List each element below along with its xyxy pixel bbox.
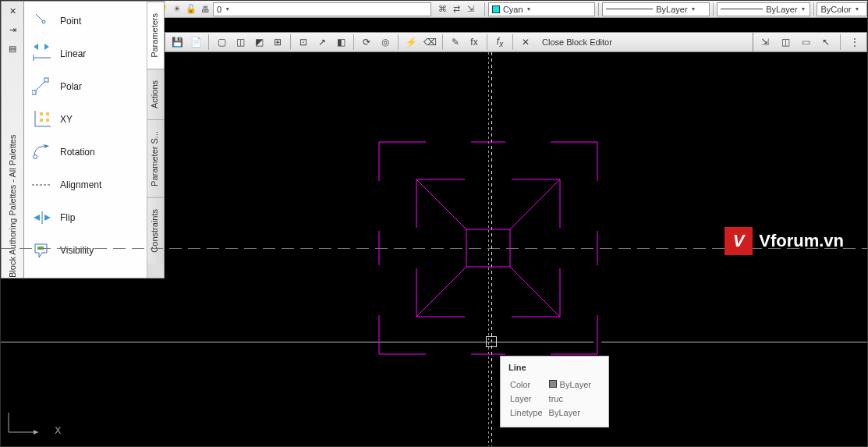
close-icon[interactable]: ✕ (517, 34, 534, 51)
watermark: V Vforum.vn (725, 227, 844, 255)
show-constraints-icon[interactable]: ◩ (250, 34, 267, 51)
palette-item-list: Point Linear Polar XY Rotation Alignment (24, 2, 147, 278)
crosshair-horizontal (601, 342, 867, 342)
palette-item-label: Polar (60, 81, 82, 92)
fx-icon[interactable]: fx (491, 34, 508, 51)
misc-icon[interactable]: ⋮ (846, 34, 863, 51)
toolbar-separator (353, 34, 354, 50)
block-editor-toolbar-right: ⇲ ◫ ▭ ↖ ⋮ (753, 32, 867, 52)
test-block-icon[interactable]: ▢ (213, 34, 230, 51)
cycle-icon[interactable]: ◫ (777, 34, 794, 51)
lineweight-sample-icon (721, 9, 763, 9)
palette-item-label: Point (60, 16, 81, 27)
point-icon (32, 12, 51, 30)
palette-item-polar[interactable]: Polar (24, 70, 147, 103)
layer-dropdown[interactable]: 0 (213, 2, 431, 16)
related-icon[interactable]: ⇲ (756, 34, 774, 51)
color-swatch-icon (492, 5, 500, 13)
palette-item-label: Visibility (60, 245, 94, 256)
layer-prev-icon[interactable]: ⇄ (450, 3, 462, 16)
svg-line-24 (510, 179, 560, 229)
save-block-icon[interactable]: 💾 (168, 34, 186, 51)
select-icon[interactable]: ▭ (797, 34, 814, 51)
svg-marker-19 (34, 215, 40, 221)
palette-item-label: Flip (60, 212, 75, 223)
xy-icon (32, 110, 51, 129)
sun-icon[interactable]: ☀ (171, 3, 183, 16)
palette-item-visibility[interactable]: Visibility (24, 234, 147, 267)
svg-point-16 (34, 155, 37, 159)
tooltip-val: ByLayer (549, 406, 596, 419)
tab-constraints[interactable]: Constraints (147, 197, 164, 264)
ucs-icon: X (9, 413, 58, 438)
svg-rect-7 (32, 90, 36, 94)
linear-icon (32, 44, 51, 63)
palette-menu-icon[interactable]: ▤ (5, 41, 20, 56)
color-dropdown[interactable]: Cyan (488, 2, 595, 16)
layer-match-icon[interactable]: ⇲ (464, 3, 477, 16)
tab-actions[interactable]: Actions (147, 69, 164, 119)
define-attr-icon[interactable]: ◧ (332, 34, 349, 51)
tab-parameter-sets[interactable]: Parameter S... (147, 119, 164, 197)
tooltip-key: Layer (510, 392, 547, 405)
crosshair-vertical (491, 52, 492, 446)
linetype-dropdown[interactable]: ByLayer (602, 2, 709, 16)
plotstyle-dropdown[interactable]: ByColor (817, 2, 867, 16)
svg-rect-8 (44, 78, 48, 82)
palette-tabs: Parameters Actions Parameter S... Constr… (147, 2, 164, 278)
tooltip-title: Line (508, 363, 601, 372)
visibility-state-icon[interactable]: ◎ (377, 34, 394, 51)
close-palette-icon[interactable]: ✕ (5, 3, 20, 19)
saveas-block-icon[interactable]: 📄 (187, 34, 204, 51)
svg-line-25 (416, 267, 466, 317)
linetype-sample-icon (606, 9, 653, 9)
layer-states-icon[interactable]: ⌘ (436, 3, 448, 16)
palette-item-flip[interactable]: Flip (24, 201, 147, 234)
alignment-icon (32, 176, 51, 194)
toolbar-divider (813, 2, 814, 16)
svg-marker-20 (44, 215, 51, 221)
bolt-icon[interactable]: ⚡ (402, 34, 420, 51)
palette-titlebar[interactable]: ✕ ⇥ ▤ Block Authoring Palettes - All Pal… (1, 1, 24, 278)
palette-item-linear[interactable]: Linear (24, 37, 147, 70)
palette-body: Point Linear Polar XY Rotation Alignment (24, 1, 165, 278)
toolbar-separator (512, 34, 513, 50)
block-authoring-palette: ✕ ⇥ ▤ Block Authoring Palettes - All Pal… (1, 1, 165, 278)
color-dropdown-value: Cyan (503, 5, 523, 14)
rotation-icon (32, 143, 51, 161)
palette-item-xy[interactable]: XY (24, 103, 147, 136)
lock-icon[interactable]: 🔓 (185, 3, 197, 16)
construction-icon[interactable]: ✎ (447, 34, 464, 51)
svg-line-23 (416, 179, 466, 229)
pick-icon[interactable]: ↖ (817, 34, 834, 51)
parameter-icon[interactable]: ⊡ (295, 34, 312, 51)
linetype-dropdown-value: ByLayer (656, 5, 687, 14)
palette-item-alignment[interactable]: Alignment (24, 169, 147, 201)
tooltip-key: Color (510, 378, 547, 391)
toolbar-divider (484, 2, 485, 16)
watermark-badge: V (725, 227, 753, 255)
auto-constrain-icon[interactable]: ◫ (232, 34, 249, 51)
block-table-icon[interactable]: ⊞ (269, 34, 286, 51)
svg-point-0 (42, 20, 45, 23)
polar-icon (32, 77, 51, 96)
tab-parameters[interactable]: Parameters (147, 2, 164, 69)
lineweight-dropdown[interactable]: ByLayer (717, 2, 810, 16)
block-properties-icon[interactable]: fx (466, 34, 483, 51)
action-icon[interactable]: ↗ (314, 34, 331, 51)
tooltip-row: Layer truc (510, 392, 596, 405)
ucs-axis-label: X (55, 425, 61, 436)
toolbar-separator (398, 34, 399, 50)
svg-rect-12 (46, 112, 49, 115)
pickbox-cursor (486, 336, 497, 347)
palette-item-point[interactable]: Point (24, 5, 147, 37)
print-icon[interactable]: 🖶 (199, 3, 211, 16)
crosshair-horizontal (1, 342, 593, 342)
palette-item-rotation[interactable]: Rotation (24, 136, 147, 169)
delete-constraints-icon[interactable]: ⌫ (421, 34, 438, 51)
update-icon[interactable]: ⟳ (358, 34, 375, 51)
close-block-editor-button[interactable]: Close Block Editor (536, 37, 618, 47)
auto-hide-icon[interactable]: ⇥ (5, 22, 20, 37)
svg-line-26 (510, 267, 560, 317)
watermark-text: Vforum.vn (759, 231, 844, 251)
